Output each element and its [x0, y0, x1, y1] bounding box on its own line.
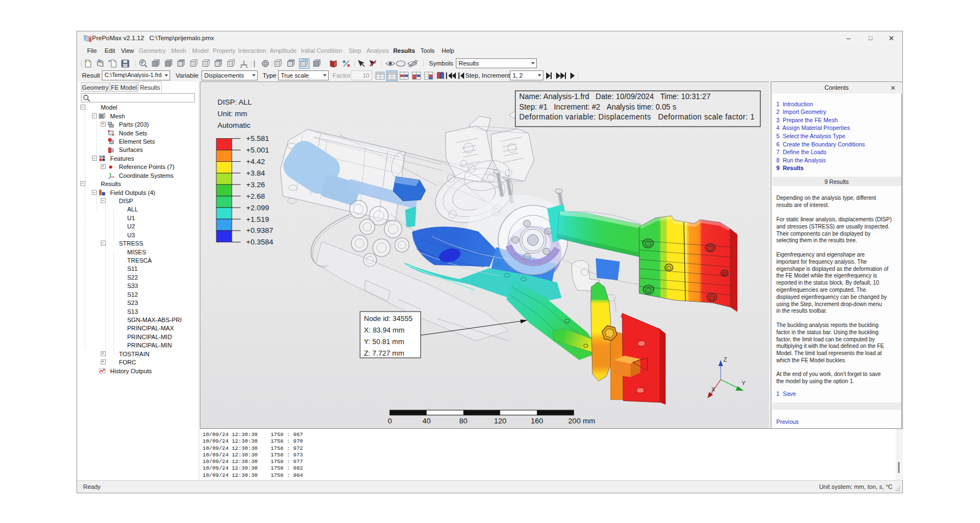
svg-text:+0.3584: +0.3584 — [246, 238, 274, 246]
svg-text:Node id: 34555: Node id: 34555 — [364, 314, 412, 323]
svg-text:+3.26: +3.26 — [246, 181, 265, 189]
svg-text:+3.84: +3.84 — [246, 169, 265, 177]
svg-text:+1.519: +1.519 — [246, 215, 269, 224]
svg-text:+5.581: +5.581 — [246, 134, 269, 143]
svg-text:200 mm: 200 mm — [568, 417, 595, 425]
svg-text:+5.001: +5.001 — [246, 146, 269, 154]
svg-text:40: 40 — [422, 417, 431, 425]
svg-text:+2.099: +2.099 — [246, 204, 269, 212]
svg-text:DISP: ALL: DISP: ALL — [217, 98, 252, 106]
svg-text:+2.68: +2.68 — [246, 192, 265, 200]
svg-text:80: 80 — [459, 417, 467, 425]
svg-text:Automatic: Automatic — [217, 121, 251, 129]
svg-text:Step: #1 Increment: #2 Ana: Step: #1 Increment: #2 Analysis time: 0.… — [519, 103, 676, 111]
svg-text:Y: Y — [742, 380, 745, 386]
svg-text:0: 0 — [388, 417, 392, 425]
svg-text:X: 83.94 mm: X: 83.94 mm — [364, 326, 405, 334]
svg-text:Z: 7.727 mm: Z: 7.727 mm — [364, 349, 404, 357]
svg-text:Y: 50.81 mm: Y: 50.81 mm — [364, 337, 404, 346]
svg-text:Deformation variable: Displace: Deformation variable: Displacements Defo… — [519, 113, 755, 121]
svg-text:Name: Analysis-1.frd Date: 1: Name: Analysis-1.frd Date: 10/09/2024 Ti… — [519, 92, 711, 101]
svg-text:Z: Z — [723, 356, 727, 363]
svg-text:+4.42: +4.42 — [246, 157, 265, 166]
svg-text:120: 120 — [494, 417, 507, 425]
svg-text:Unit: mm: Unit: mm — [217, 110, 247, 118]
svg-text:X: X — [711, 386, 715, 393]
svg-text:160: 160 — [531, 417, 543, 425]
svg-text:+0.9387: +0.9387 — [246, 226, 273, 235]
